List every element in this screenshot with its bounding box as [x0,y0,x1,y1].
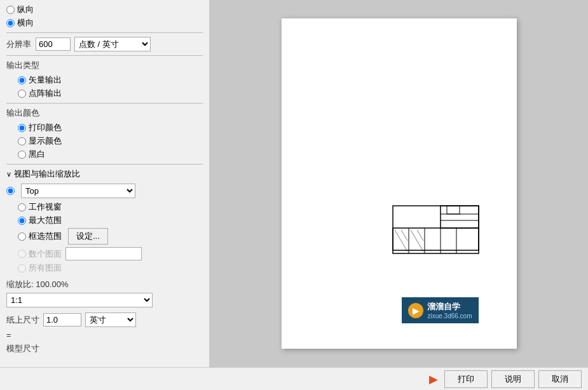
view-section-header: ∨ 视图与输出缩放比 [6,168,203,180]
set-button[interactable]: 设定... [68,228,108,245]
print-color-option[interactable]: 打印颜色 [18,122,203,133]
display-color-label: 显示颜色 [29,135,62,147]
watermark-content: 溜溜自学 zixue.3d66.com [427,301,472,319]
raster-output-label: 点阵输出 [29,88,62,99]
svg-rect-2 [393,228,479,250]
vector-output-option[interactable]: 矢量输出 [18,74,203,86]
watermark-icon: ▶ [408,303,423,318]
paper-unit-select[interactable]: 英寸 毫米 厘米 [85,313,136,327]
multiple-frames-label: 数个图面 [29,248,62,260]
portrait-label: 纵向 [17,4,34,15]
output-type-group: 矢量输出 点阵输出 [6,74,203,99]
divider-3 [6,103,203,104]
svg-line-10 [395,230,407,252]
print-button[interactable]: 打印 [444,370,488,388]
paper-preview: ▶ 溜溜自学 zixue.3d66.com [282,18,517,349]
output-type-label: 输出类型 [6,60,203,71]
cancel-button[interactable]: 取消 [538,370,582,388]
orientation-group: 纵向 横向 [6,4,203,29]
scale-percent-label: 缩放比: 100.00% [6,279,203,290]
svg-line-12 [411,230,423,252]
svg-line-11 [401,230,407,241]
output-color-group: 打印颜色 显示颜色 黑白 [6,122,203,160]
svg-line-13 [417,230,423,241]
print-color-label: 打印颜色 [29,122,62,133]
display-color-option[interactable]: 显示颜色 [18,135,203,147]
watermark-subtitle: zixue.3d66.com [427,313,472,319]
landscape-label: 横向 [17,17,34,29]
divider-4 [6,164,203,165]
divider-2 [6,55,203,56]
svg-rect-9 [447,206,460,214]
resolution-unit-select[interactable]: 点数 / 英寸 [74,37,151,51]
max-range-label: 最大范围 [29,215,62,226]
print-arrow-icon: ▶ [429,372,438,386]
paper-size-input[interactable] [43,313,81,326]
landscape-option[interactable]: 横向 [6,17,203,29]
view-section-title: 视图与输出缩放比 [14,168,80,180]
all-frames-label: 所有图面 [29,262,62,274]
model-size-label-row: 模型尺寸 [6,343,203,354]
max-range-option[interactable]: 最大范围 [18,215,203,226]
help-button[interactable]: 说明 [491,370,535,388]
frame-range-label: 框选范围 [29,231,62,242]
resolution-row: 分辨率 600 点数 / 英寸 [6,37,203,51]
equals-sign: = [6,330,32,340]
watermark: ▶ 溜溜自学 zixue.3d66.com [402,297,478,323]
divider-1 [6,32,203,33]
multiple-frames-input[interactable] [65,247,142,260]
work-window-option[interactable]: 工作视窗 [18,201,203,213]
paper-size-label: 纸上尺寸 [6,314,39,326]
scale-section: 缩放比: 100.00% 1:1 1:2 2:1 [6,279,203,307]
paper-size-row: 纸上尺寸 英寸 毫米 厘米 [6,313,203,327]
view-dropdown-row: Top Front Side 3D [6,184,203,198]
bottom-bar: ▶ 打印 说明 取消 [0,367,588,390]
view-select[interactable]: Top Front Side 3D [21,184,135,198]
model-size-row: = [6,330,203,340]
svg-rect-0 [393,206,479,253]
collapse-arrow[interactable]: ∨ [6,170,11,178]
window-options: 工作视窗 最大范围 框选范围 设定... [6,201,203,245]
watermark-title: 溜溜自学 [427,301,472,313]
portrait-option[interactable]: 纵向 [6,4,203,15]
cad-drawing [390,203,482,260]
frames-options: 数个图面 所有图面 [6,247,203,274]
bw-label: 黑白 [29,149,45,160]
scale-select[interactable]: 1:1 1:2 2:1 [6,293,153,307]
view-mode-radio[interactable] [6,187,15,195]
main-container: 纵向 横向 分辨率 600 点数 / 英寸 输出类型 矢量输出 [0,0,588,367]
vector-output-label: 矢量输出 [29,74,62,86]
multiple-frames-option[interactable]: 数个图面 [18,247,203,260]
right-panel: ▶ 溜溜自学 zixue.3d66.com [210,0,588,367]
model-size-label: 模型尺寸 [6,343,39,354]
frame-range-option[interactable]: 框选范围 设定... [18,228,203,245]
resolution-input[interactable]: 600 [36,37,71,51]
bw-option[interactable]: 黑白 [18,149,203,160]
output-color-label: 输出颜色 [6,107,203,119]
work-window-label: 工作视窗 [29,201,62,213]
raster-output-option[interactable]: 点阵输出 [18,88,203,99]
resolution-label: 分辨率 [6,39,32,50]
left-panel: 纵向 横向 分辨率 600 点数 / 英寸 输出类型 矢量输出 [0,0,210,367]
all-frames-option[interactable]: 所有图面 [18,262,203,274]
